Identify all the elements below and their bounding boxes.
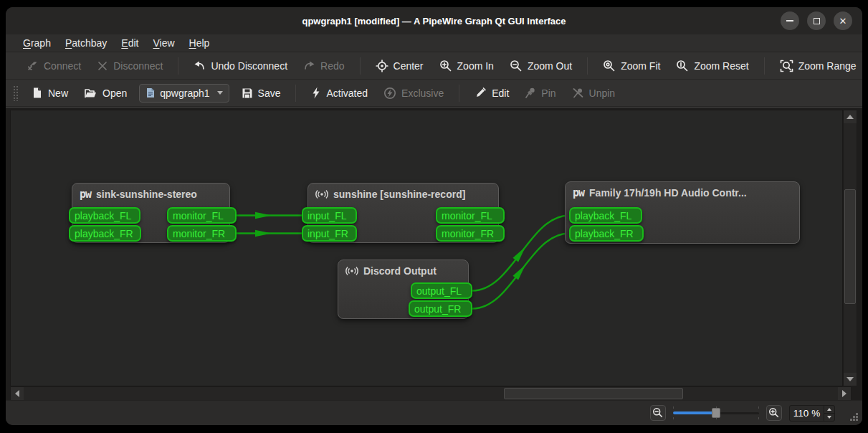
maximize-icon xyxy=(814,18,820,24)
zoom-reset-button[interactable]: Zoom Reset xyxy=(669,56,755,76)
slider-handle[interactable] xyxy=(712,408,720,418)
spin-down-button[interactable] xyxy=(824,414,834,421)
node-title: Family 17h/19h HD Audio Contr... xyxy=(589,187,747,199)
app-window: qpwgraph1 [modified] — A PipeWire Graph … xyxy=(6,7,862,425)
close-button[interactable]: ✕ xyxy=(834,11,852,30)
zoom-out-icon xyxy=(652,407,664,419)
connect-icon xyxy=(27,60,39,72)
port-discord-output-fr[interactable]: output_FR xyxy=(409,300,472,317)
zoom-reset-icon xyxy=(676,60,689,72)
connect-button[interactable]: Connect xyxy=(20,56,87,75)
patchbay-selector[interactable]: qpwgraph1 xyxy=(139,84,229,103)
zoom-slider[interactable] xyxy=(673,405,759,421)
port-family-playback-fl[interactable]: playback_FL xyxy=(569,207,642,224)
edit-button[interactable]: Edit xyxy=(468,83,515,103)
exclusive-bolt-icon xyxy=(383,87,396,100)
statusbar-zoom-out-button[interactable] xyxy=(650,405,666,421)
menu-help[interactable]: Help xyxy=(182,36,217,50)
activated-bolt-icon xyxy=(311,87,321,99)
port-sink-monitor-fr[interactable]: monitor_FR xyxy=(167,225,237,242)
slider-fill xyxy=(673,411,716,414)
port-sunshine-input-fr[interactable]: input_FR xyxy=(302,225,357,242)
save-patchbay-button[interactable]: Save xyxy=(235,84,287,103)
open-patchbay-button[interactable]: Open xyxy=(77,84,133,103)
pipewire-icon: pw xyxy=(80,189,91,200)
vertical-scroll-thumb[interactable] xyxy=(844,189,856,304)
arrow-left-icon xyxy=(15,390,19,397)
graph-canvas[interactable]: pw sink-sunshine-stereo sunshine [sunshi… xyxy=(10,110,843,386)
zoom-range-icon xyxy=(780,60,793,72)
vertical-scrollbar[interactable] xyxy=(843,110,857,386)
toolbar-separator xyxy=(764,57,765,75)
toolbar-separator xyxy=(360,57,361,75)
statusbar-zoom-in-button[interactable] xyxy=(766,405,782,421)
statusbar: 110 % xyxy=(6,400,862,425)
port-discord-output-fl[interactable]: output_FL xyxy=(411,282,472,299)
center-button[interactable]: Center xyxy=(369,56,430,76)
pipewire-icon: pw xyxy=(573,188,584,199)
chevron-down-icon xyxy=(217,91,223,95)
window-controls: ✕ xyxy=(781,11,852,30)
menu-view[interactable]: View xyxy=(146,36,181,50)
edit-pencil-icon xyxy=(474,87,487,99)
activated-toggle[interactable]: Activated xyxy=(305,83,374,103)
undo-disconnect-button[interactable]: Undo Disconnect xyxy=(187,56,294,75)
scroll-up-button[interactable] xyxy=(844,110,857,123)
port-sink-monitor-fl[interactable]: monitor_FL xyxy=(167,207,237,224)
port-sink-playback-fr[interactable]: playback_FR xyxy=(69,225,141,242)
redo-icon xyxy=(303,60,315,72)
new-file-icon xyxy=(32,87,43,99)
resize-grip[interactable] xyxy=(849,412,859,422)
connection-arrow xyxy=(255,230,272,237)
zoom-in-icon xyxy=(768,407,780,419)
menu-edit[interactable]: Edit xyxy=(114,36,146,50)
toolbar-drag-handle[interactable] xyxy=(13,85,18,101)
scroll-right-button[interactable] xyxy=(838,387,851,400)
port-sunshine-monitor-fr[interactable]: monitor_FR xyxy=(436,225,505,242)
toolbar-separator xyxy=(459,85,459,102)
disconnect-icon xyxy=(97,60,108,72)
port-family-playback-fr[interactable]: playback_FR xyxy=(569,225,644,242)
connection-arrow xyxy=(255,212,272,219)
connections-layer xyxy=(11,110,844,387)
stream-icon xyxy=(315,189,328,200)
arrow-down-icon xyxy=(827,416,831,419)
scroll-left-button[interactable] xyxy=(11,387,24,400)
menu-patchbay[interactable]: Patchbay xyxy=(58,36,114,50)
exclusive-toggle[interactable]: Exclusive xyxy=(377,83,450,103)
unpin-button[interactable]: Unpin xyxy=(566,83,622,103)
redo-button[interactable]: Redo xyxy=(297,56,350,75)
pin-icon xyxy=(525,87,536,99)
menu-graph[interactable]: Graph xyxy=(16,36,58,50)
spin-up-button[interactable] xyxy=(824,406,834,414)
toolbar-separator xyxy=(587,57,588,75)
save-icon xyxy=(242,87,253,99)
undo-icon xyxy=(194,60,206,72)
zoom-out-button[interactable]: Zoom Out xyxy=(503,56,578,76)
zoom-percent-spinbox[interactable]: 110 % xyxy=(789,405,835,422)
patchbay-selector-value: qpwgraph1 xyxy=(160,87,209,99)
horizontal-scrollbar[interactable] xyxy=(10,386,852,401)
maximize-button[interactable] xyxy=(807,11,826,30)
horizontal-scroll-thumb[interactable] xyxy=(504,388,683,399)
scroll-down-button[interactable] xyxy=(844,373,857,386)
center-icon xyxy=(376,60,388,72)
zoom-fit-button[interactable]: Zoom Fit xyxy=(596,56,667,76)
port-sunshine-input-fl[interactable]: input_FL xyxy=(302,207,357,224)
new-patchbay-button[interactable]: New xyxy=(25,83,75,103)
graph-view: pw sink-sunshine-stereo sunshine [sunshi… xyxy=(6,107,862,400)
titlebar[interactable]: qpwgraph1 [modified] — A PipeWire Graph … xyxy=(6,7,862,34)
pin-button[interactable]: Pin xyxy=(518,83,562,103)
zoom-out-icon xyxy=(510,60,523,72)
port-sink-playback-fl[interactable]: playback_FL xyxy=(69,207,140,224)
graph-toolbar: Connect Disconnect Undo Disconnect Redo xyxy=(6,52,862,80)
port-sunshine-monitor-fl[interactable]: monitor_FL xyxy=(436,207,505,224)
close-icon: ✕ xyxy=(839,16,847,26)
arrow-down-icon xyxy=(846,377,854,381)
unpin-icon xyxy=(572,87,584,99)
minimize-button[interactable] xyxy=(781,11,799,30)
disconnect-button[interactable]: Disconnect xyxy=(90,57,169,75)
zoom-percent-value: 110 % xyxy=(790,406,824,421)
zoom-in-button[interactable]: Zoom In xyxy=(433,56,500,76)
zoom-range-button[interactable]: Zoom Range xyxy=(773,56,862,76)
